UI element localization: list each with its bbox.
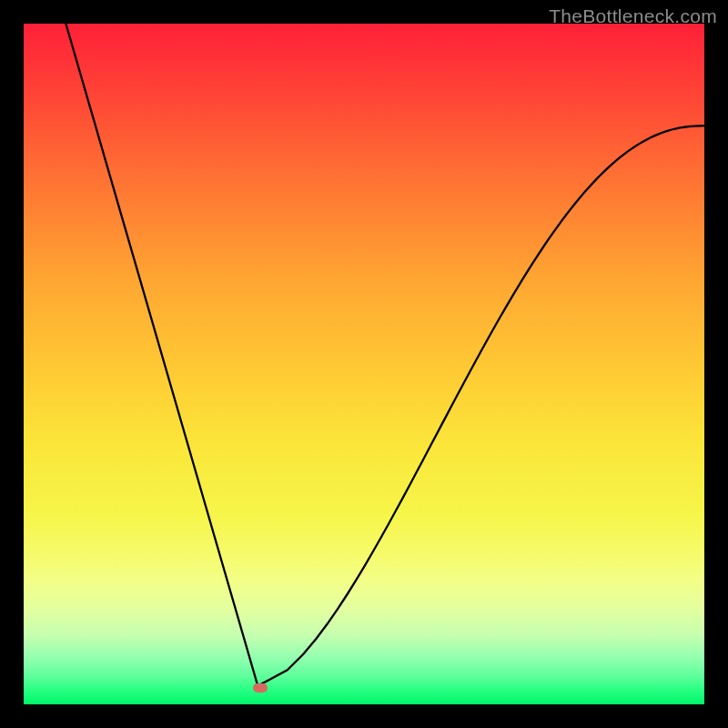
bottleneck-curve — [24, 24, 704, 704]
watermark-text: TheBottleneck.com — [549, 5, 717, 27]
chart-plot-area — [24, 24, 704, 704]
minimum-marker — [253, 683, 268, 693]
